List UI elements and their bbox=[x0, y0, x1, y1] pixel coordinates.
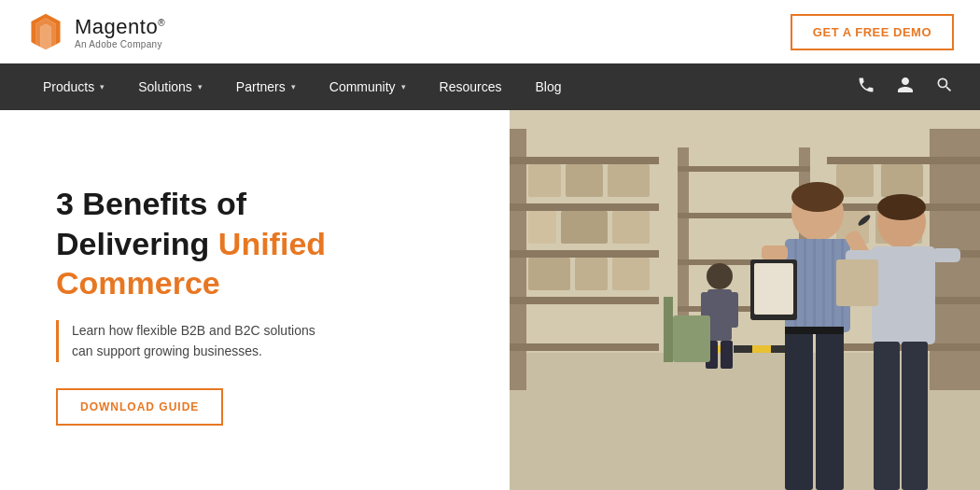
magento-logo-icon bbox=[26, 12, 65, 51]
svg-rect-66 bbox=[785, 329, 813, 490]
svg-rect-67 bbox=[816, 329, 844, 490]
hero-section: 3 Benefits of Delivering Unified Commerc… bbox=[0, 110, 980, 490]
svg-rect-13 bbox=[528, 164, 561, 197]
svg-rect-18 bbox=[612, 211, 650, 244]
svg-rect-76 bbox=[902, 342, 928, 490]
phone-icon[interactable] bbox=[857, 76, 875, 99]
svg-rect-9 bbox=[510, 203, 659, 211]
svg-point-53 bbox=[791, 182, 844, 212]
get-free-demo-button[interactable]: GET A FREE DEMO bbox=[791, 14, 954, 50]
chevron-down-icon: ▾ bbox=[100, 82, 105, 91]
svg-rect-11 bbox=[510, 297, 659, 304]
svg-rect-63 bbox=[754, 263, 793, 315]
svg-rect-41 bbox=[734, 345, 752, 353]
nav-item-community[interactable]: Community ▾ bbox=[313, 63, 423, 110]
svg-rect-61 bbox=[762, 245, 788, 260]
nav-item-partners[interactable]: Partners ▾ bbox=[219, 63, 313, 110]
svg-rect-10 bbox=[510, 250, 659, 258]
chevron-down-icon: ▾ bbox=[401, 82, 406, 91]
search-icon[interactable] bbox=[935, 76, 954, 99]
svg-rect-29 bbox=[881, 164, 923, 197]
svg-rect-49 bbox=[721, 341, 733, 369]
svg-rect-23 bbox=[827, 157, 980, 164]
svg-rect-14 bbox=[566, 164, 603, 197]
nav-item-resources[interactable]: Resources bbox=[423, 63, 519, 110]
svg-rect-75 bbox=[874, 342, 900, 490]
svg-rect-15 bbox=[608, 164, 650, 197]
nav-item-products[interactable]: Products ▾ bbox=[26, 63, 121, 110]
svg-rect-36 bbox=[678, 166, 810, 172]
hero-image bbox=[510, 110, 980, 490]
hero-heading: 3 Benefits of Delivering Unified Commerc… bbox=[56, 184, 463, 303]
warehouse-illustration bbox=[510, 110, 980, 490]
chevron-down-icon: ▾ bbox=[291, 82, 296, 91]
svg-marker-2 bbox=[41, 24, 51, 49]
logo-area: Magento® An Adobe Company bbox=[26, 12, 165, 51]
svg-rect-57 bbox=[813, 239, 816, 332]
svg-point-44 bbox=[707, 263, 733, 289]
logo-brand-name: Magento® bbox=[75, 15, 165, 39]
svg-rect-37 bbox=[678, 213, 810, 218]
svg-rect-74 bbox=[932, 248, 960, 262]
user-icon[interactable] bbox=[896, 76, 915, 99]
svg-rect-42 bbox=[752, 345, 771, 353]
svg-rect-56 bbox=[804, 239, 806, 332]
svg-rect-71 bbox=[872, 246, 935, 344]
svg-rect-16 bbox=[528, 211, 556, 244]
nav-item-solutions[interactable]: Solutions ▾ bbox=[121, 63, 219, 110]
svg-rect-21 bbox=[612, 258, 650, 290]
svg-rect-58 bbox=[822, 239, 825, 332]
nav-item-blog[interactable]: Blog bbox=[518, 63, 578, 110]
chevron-down-icon: ▾ bbox=[198, 82, 203, 91]
download-guide-button[interactable]: DOWNLOAD GUIDE bbox=[56, 388, 223, 426]
nav-left: Products ▾ Solutions ▾ Partners ▾ Commun… bbox=[26, 63, 579, 110]
logo-text: Magento® An Adobe Company bbox=[75, 15, 165, 49]
svg-rect-51 bbox=[664, 297, 673, 362]
svg-rect-59 bbox=[832, 239, 834, 332]
main-navigation: Products ▾ Solutions ▾ Partners ▾ Commun… bbox=[0, 63, 980, 110]
svg-rect-20 bbox=[575, 258, 608, 290]
svg-rect-68 bbox=[785, 327, 844, 334]
svg-rect-47 bbox=[727, 292, 738, 328]
svg-rect-73 bbox=[836, 259, 878, 306]
hero-left-content: 3 Benefits of Delivering Unified Commerc… bbox=[0, 110, 510, 490]
svg-point-70 bbox=[877, 194, 926, 220]
hero-description: Learn how flexible B2B and B2C solutions… bbox=[56, 320, 336, 362]
top-header: Magento® An Adobe Company GET A FREE DEM… bbox=[0, 0, 980, 63]
svg-rect-19 bbox=[528, 258, 570, 290]
svg-rect-17 bbox=[561, 211, 608, 244]
svg-rect-12 bbox=[510, 343, 659, 351]
svg-rect-8 bbox=[510, 157, 659, 164]
nav-right-icons bbox=[857, 76, 954, 99]
logo-subtitle: An Adobe Company bbox=[75, 39, 165, 49]
svg-rect-50 bbox=[673, 315, 710, 362]
